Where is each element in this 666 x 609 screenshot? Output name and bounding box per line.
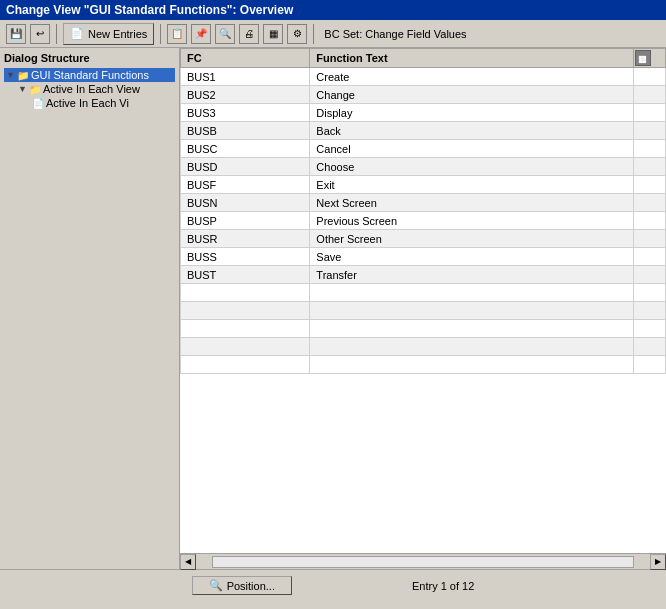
tree-item-gui-standard[interactable]: ▼ 📁 GUI Standard Functions	[4, 68, 175, 82]
toolbar-separator-1	[56, 24, 57, 44]
col-header-fc: FC	[181, 49, 310, 68]
cell-function-text: Choose	[310, 158, 633, 176]
table-row[interactable]: BUSCCancel	[181, 140, 666, 158]
tree-doc-icon-1: 📄	[32, 98, 44, 109]
cell-fc: BUST	[181, 266, 310, 284]
table-row[interactable]	[181, 302, 666, 320]
undo-icon[interactable]: ↩	[30, 24, 50, 44]
cell-empty	[633, 212, 665, 230]
table-container[interactable]: FC Function Text ▦ BUS1CreateBUS2ChangeB…	[180, 48, 666, 553]
position-button[interactable]: 🔍 Position...	[192, 576, 292, 595]
tree-folder-icon-2: 📁	[29, 84, 41, 95]
table-row[interactable]	[181, 356, 666, 374]
col-header-function-text: Function Text	[310, 49, 633, 68]
toolbar-separator-3	[313, 24, 314, 44]
cell-empty	[633, 122, 665, 140]
cell-function-text: Transfer	[310, 266, 633, 284]
cell-fc: BUSB	[181, 122, 310, 140]
cell-empty	[633, 284, 665, 302]
scrollbar-track[interactable]	[212, 556, 634, 568]
cell-fc: BUS3	[181, 104, 310, 122]
cell-fc: BUSN	[181, 194, 310, 212]
cell-function-text: Create	[310, 68, 633, 86]
horizontal-scrollbar[interactable]: ◀ ▶	[180, 553, 666, 569]
bottom-bar: 🔍 Position... Entry 1 of 12	[0, 569, 666, 601]
cell-empty	[633, 266, 665, 284]
cell-function-text	[310, 302, 633, 320]
tree-label-gui-standard: GUI Standard Functions	[31, 69, 149, 81]
table-row[interactable]: BUSNNext Screen	[181, 194, 666, 212]
table-row[interactable]	[181, 338, 666, 356]
cell-empty	[633, 176, 665, 194]
position-label: Position...	[227, 580, 275, 592]
left-panel-title: Dialog Structure	[4, 52, 175, 64]
col-header-resize[interactable]: ▦	[633, 49, 665, 68]
table-row[interactable]	[181, 284, 666, 302]
print-icon[interactable]: 🖨	[239, 24, 259, 44]
copy-icon[interactable]: 📋	[167, 24, 187, 44]
table-body: BUS1CreateBUS2ChangeBUS3DisplayBUSBBackB…	[181, 68, 666, 374]
new-entries-icon: 📄	[70, 27, 84, 40]
cell-fc: BUSR	[181, 230, 310, 248]
table-row[interactable]	[181, 320, 666, 338]
tree-item-active-in-each-view[interactable]: ▼ 📁 Active In Each View	[16, 82, 175, 96]
table-icon[interactable]: ▦	[263, 24, 283, 44]
toolbar: 💾 ↩ 📄 New Entries 📋 📌 🔍 🖨 ▦ ⚙ BC Set: Ch…	[0, 20, 666, 48]
cell-function-text: Cancel	[310, 140, 633, 158]
tree-arrow-1: ▼	[6, 70, 15, 80]
table-row[interactable]: BUS3Display	[181, 104, 666, 122]
cell-fc	[181, 302, 310, 320]
table-row[interactable]: BUSDChoose	[181, 158, 666, 176]
entry-info: Entry 1 of 12	[412, 580, 474, 592]
cell-fc	[181, 356, 310, 374]
cell-empty	[633, 302, 665, 320]
col-resize-icon[interactable]: ▦	[635, 50, 651, 66]
tree-arrow-2: ▼	[18, 84, 27, 94]
cell-function-text: Previous Screen	[310, 212, 633, 230]
table-row[interactable]: BUSPPrevious Screen	[181, 212, 666, 230]
cell-function-text	[310, 356, 633, 374]
cell-fc: BUSP	[181, 212, 310, 230]
cell-fc: BUS2	[181, 86, 310, 104]
cell-empty	[633, 356, 665, 374]
tree-label-active-each-view: Active In Each View	[43, 83, 140, 95]
save-icon[interactable]: 💾	[6, 24, 26, 44]
cell-empty	[633, 158, 665, 176]
table-row[interactable]: BUSFExit	[181, 176, 666, 194]
cell-empty	[633, 140, 665, 158]
title-text: Change View "GUI Standard Functions": Ov…	[6, 3, 293, 17]
cell-function-text	[310, 320, 633, 338]
settings-icon[interactable]: ⚙	[287, 24, 307, 44]
table-row[interactable]: BUSTTransfer	[181, 266, 666, 284]
paste-icon[interactable]: 📌	[191, 24, 211, 44]
table-row[interactable]: BUSROther Screen	[181, 230, 666, 248]
table-row[interactable]: BUS1Create	[181, 68, 666, 86]
new-entries-label: New Entries	[88, 28, 147, 40]
cell-fc	[181, 284, 310, 302]
toolbar-separator-2	[160, 24, 161, 44]
left-panel: Dialog Structure ▼ 📁 GUI Standard Functi…	[0, 48, 180, 569]
cell-fc	[181, 320, 310, 338]
cell-empty	[633, 104, 665, 122]
cell-empty	[633, 320, 665, 338]
cell-function-text: Display	[310, 104, 633, 122]
cell-empty	[633, 86, 665, 104]
data-table: FC Function Text ▦ BUS1CreateBUS2ChangeB…	[180, 48, 666, 374]
cell-fc: BUSC	[181, 140, 310, 158]
scroll-right-arrow[interactable]: ▶	[650, 554, 666, 570]
tree-item-active-in-each-vi[interactable]: 📄 Active In Each Vi	[28, 96, 175, 110]
cell-fc: BUSD	[181, 158, 310, 176]
position-icon: 🔍	[209, 579, 223, 592]
cell-empty	[633, 194, 665, 212]
table-row[interactable]: BUS2Change	[181, 86, 666, 104]
cell-empty	[633, 338, 665, 356]
table-row[interactable]: BUSSSave	[181, 248, 666, 266]
cell-function-text: Back	[310, 122, 633, 140]
cell-fc: BUSF	[181, 176, 310, 194]
table-header-row: FC Function Text ▦	[181, 49, 666, 68]
find-icon[interactable]: 🔍	[215, 24, 235, 44]
scroll-left-arrow[interactable]: ◀	[180, 554, 196, 570]
right-panel: FC Function Text ▦ BUS1CreateBUS2ChangeB…	[180, 48, 666, 569]
table-row[interactable]: BUSBBack	[181, 122, 666, 140]
new-entries-button[interactable]: 📄 New Entries	[63, 23, 154, 45]
